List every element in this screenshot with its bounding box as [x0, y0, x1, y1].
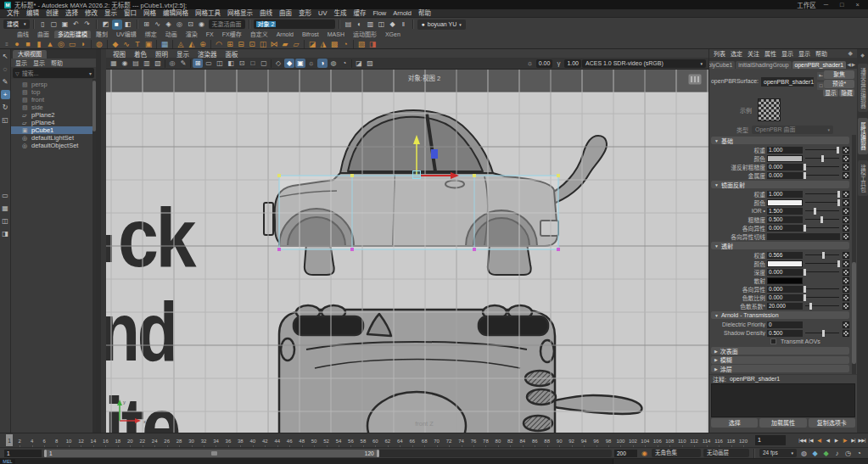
- time-tick[interactable]: 54: [333, 433, 344, 448]
- render-current-frame-icon[interactable]: ▤: [344, 20, 354, 30]
- viewport-menu-item[interactable]: 照明: [151, 49, 172, 59]
- texture-map-button[interactable]: [843, 330, 849, 337]
- texture-map-button[interactable]: [843, 155, 849, 162]
- menubar-item[interactable]: Arnold: [389, 9, 415, 18]
- shelf-tab[interactable]: 渲染: [182, 31, 201, 38]
- snap-projected-center-icon[interactable]: ◎: [175, 20, 185, 30]
- separate-icon[interactable]: ⊟: [236, 39, 246, 49]
- layout-two-pane-button[interactable]: ◨: [1, 229, 10, 238]
- snap-grid-icon[interactable]: ⊞: [142, 20, 152, 30]
- select-tool[interactable]: ↖: [1, 52, 10, 61]
- resolution-gate-icon[interactable]: ◫: [215, 59, 225, 68]
- motion-blur-icon[interactable]: ◔: [339, 59, 350, 68]
- go-to-start-button[interactable]: |◀◀: [798, 434, 806, 446]
- layout-four-pane-button[interactable]: ▦: [1, 204, 10, 213]
- time-tick[interactable]: 14: [87, 433, 99, 448]
- time-tick[interactable]: 76: [468, 433, 479, 448]
- scale-tool[interactable]: ◱: [1, 115, 10, 125]
- section-header-透射[interactable]: ▼透射: [711, 242, 849, 249]
- viewport-menu-item[interactable]: 渲染器: [193, 49, 221, 59]
- slider-handle[interactable]: [804, 269, 806, 276]
- animation-start-field[interactable]: 1: [4, 450, 42, 457]
- time-tick[interactable]: 4: [25, 433, 37, 448]
- snap-point-icon[interactable]: ◈: [164, 20, 174, 30]
- ipr-render-icon[interactable]: ◐: [355, 20, 365, 30]
- menubar-item[interactable]: 网格显示: [224, 9, 256, 18]
- menubar-item[interactable]: 编辑: [23, 9, 42, 18]
- layout-persp-outliner-button[interactable]: ◫: [1, 216, 10, 226]
- outliner-tab[interactable]: 大纲视图: [13, 50, 47, 59]
- type-dropdown[interactable]: OpenPBR 曲面 ▾: [752, 126, 833, 134]
- time-tick[interactable]: 62: [382, 433, 394, 448]
- shelf-tab[interactable]: UV编辑: [113, 31, 140, 38]
- extract-icon[interactable]: ⊡: [247, 39, 257, 49]
- texture-map-button[interactable]: [843, 233, 849, 240]
- poly-plane-icon[interactable]: ▭: [67, 39, 77, 49]
- shelf-tab[interactable]: 雕刻: [92, 31, 111, 38]
- menubar-item[interactable]: 编辑网格: [160, 9, 192, 18]
- tab-scroll-right-icon[interactable]: ▶: [852, 62, 855, 67]
- outliner-item-pPlane2[interactable]: ▱pPlane2: [11, 111, 96, 119]
- slider[interactable]: [804, 225, 840, 232]
- texture-map-button[interactable]: [843, 225, 849, 232]
- ik-handle-icon[interactable]: ◭: [187, 39, 197, 49]
- time-tick[interactable]: 32: [198, 433, 210, 448]
- hypershade-icon[interactable]: ◆: [388, 20, 398, 30]
- menubar-item[interactable]: 选择: [62, 9, 81, 18]
- time-tick[interactable]: 64: [394, 433, 406, 448]
- value-field[interactable]: 0.000: [767, 172, 803, 179]
- time-tick[interactable]: 60: [369, 433, 381, 448]
- shelf-tab[interactable]: XGen: [382, 31, 404, 38]
- render-settings-icon[interactable]: ▥: [366, 20, 376, 30]
- audio-icon[interactable]: ♪: [832, 449, 842, 458]
- time-tick[interactable]: 8: [50, 433, 62, 448]
- slider-handle[interactable]: [822, 330, 825, 337]
- texture-map-button[interactable]: [843, 164, 849, 171]
- texture-map-button[interactable]: [843, 277, 849, 284]
- target-weld-icon[interactable]: ◮: [318, 39, 328, 49]
- slider-handle[interactable]: [804, 172, 806, 179]
- shelf-tab[interactable]: 绑定: [142, 31, 160, 38]
- save-scene-icon[interactable]: ▣: [60, 20, 70, 30]
- color-swatch[interactable]: [767, 199, 803, 206]
- checkbox[interactable]: [770, 338, 776, 344]
- active-surface-field[interactable]: 无激活曲面: [209, 20, 245, 29]
- colorspace-dropdown[interactable]: ACES 1.0 SDR-video (sRGB)▾: [582, 59, 706, 68]
- time-tick[interactable]: 104: [639, 433, 651, 448]
- safe-action-icon[interactable]: □: [248, 59, 258, 68]
- minimize-button[interactable]: ─: [820, 1, 832, 8]
- section-header-基础[interactable]: ▼基础: [711, 137, 849, 144]
- outliner-menu-item[interactable]: 显示: [15, 59, 27, 67]
- workspace-label[interactable]: 工作区: [797, 0, 816, 9]
- section-header-次表面[interactable]: ▶次表面: [711, 347, 849, 355]
- exposure-icon[interactable]: ☼: [525, 59, 535, 68]
- redo-icon[interactable]: ↷: [82, 20, 92, 30]
- texture-map-button[interactable]: [843, 294, 849, 301]
- outliner-item-defaultLightSet[interactable]: ◎defaultLightSet: [11, 134, 96, 142]
- poly-cube-icon[interactable]: ■: [23, 39, 33, 49]
- outliner-item-defaultObjectSet[interactable]: ◎defaultObjectSet: [11, 142, 96, 149]
- time-tick[interactable]: 48: [295, 433, 307, 448]
- time-tick[interactable]: 82: [504, 433, 516, 448]
- value-field[interactable]: 1.500: [767, 208, 803, 215]
- fps-dropdown[interactable]: 24 fps ▾: [759, 449, 797, 457]
- time-tick[interactable]: 36: [222, 433, 234, 448]
- type-tool-icon[interactable]: ▣: [143, 39, 154, 49]
- value-field[interactable]: 0.500: [767, 216, 803, 223]
- shelf-tab[interactable]: 曲面: [34, 31, 53, 38]
- slider[interactable]: [804, 269, 840, 276]
- selected-cube[interactable]: [277, 174, 560, 251]
- presets-button[interactable]: 预设*: [824, 80, 854, 88]
- image-plane-icon[interactable]: ▧: [153, 59, 163, 68]
- outliner-item-pCube1[interactable]: ▣pCube1: [11, 126, 96, 134]
- value-field[interactable]: 0.000: [767, 294, 803, 301]
- outliner-menu-item[interactable]: 显示: [33, 59, 45, 67]
- ae-menu-item[interactable]: 属性: [764, 49, 776, 58]
- field-chart-icon[interactable]: ⊡: [237, 59, 247, 68]
- time-tick[interactable]: 28: [173, 433, 185, 448]
- value-field[interactable]: 20.000: [767, 303, 803, 310]
- time-tick[interactable]: 46: [283, 433, 295, 448]
- viewport-menu-item[interactable]: 着色: [130, 49, 151, 59]
- outliner-item-pPlane4[interactable]: ▱pPlane4: [11, 119, 96, 126]
- step-forward-frame-button[interactable]: ▶|: [849, 434, 858, 446]
